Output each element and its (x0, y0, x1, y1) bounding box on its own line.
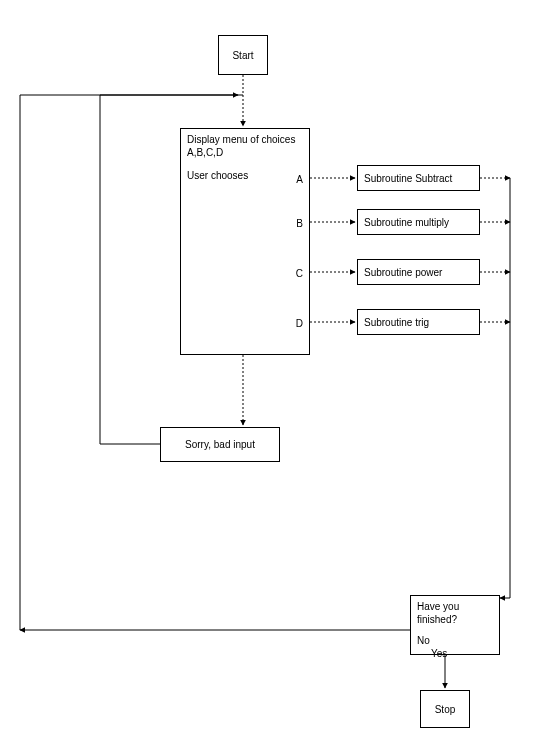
menu-line1: Display menu of choices (187, 133, 303, 146)
menu-node: Display menu of choices A,B,C,D User cho… (180, 128, 310, 355)
stop-node: Stop (420, 690, 470, 728)
menu-option-b: B (296, 217, 303, 230)
bad-input-label: Sorry, bad input (185, 438, 255, 451)
finished-node: Have you finished? No Yes (410, 595, 500, 655)
subroutine-subtract: Subroutine Subtract (357, 165, 480, 191)
finished-yes-label: Yes (431, 647, 493, 660)
subroutine-trig: Subroutine trig (357, 309, 480, 335)
subroutine-power: Subroutine power (357, 259, 480, 285)
flowchart-canvas: Start Display menu of choices A,B,C,D Us… (0, 0, 536, 739)
menu-line2: A,B,C,D (187, 146, 303, 159)
sub-d-label: Subroutine trig (364, 316, 429, 329)
finished-no-label: No (417, 634, 493, 647)
menu-option-d: D (296, 317, 303, 330)
start-label: Start (232, 49, 253, 62)
subroutine-multiply: Subroutine multiply (357, 209, 480, 235)
sub-a-label: Subroutine Subtract (364, 172, 452, 185)
menu-option-c: C (296, 267, 303, 280)
sub-c-label: Subroutine power (364, 266, 442, 279)
sub-b-label: Subroutine multiply (364, 216, 449, 229)
finished-question: Have you finished? (417, 600, 493, 626)
start-node: Start (218, 35, 268, 75)
menu-prompt: User chooses (187, 169, 303, 182)
stop-label: Stop (435, 703, 456, 716)
menu-option-a: A (296, 173, 303, 186)
bad-input-node: Sorry, bad input (160, 427, 280, 462)
